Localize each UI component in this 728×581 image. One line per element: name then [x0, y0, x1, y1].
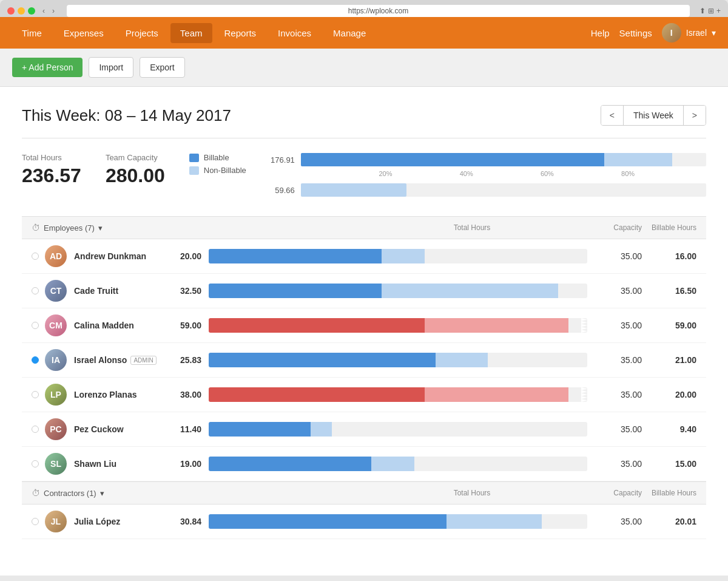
nav-item-invoices[interactable]: Invoices	[268, 23, 321, 43]
export-button[interactable]: Export	[140, 57, 184, 78]
prev-week-button[interactable]: <	[601, 106, 623, 125]
name-text: Calina Madden	[74, 321, 134, 330]
row-hours: 30.84	[171, 517, 201, 526]
employee-name: Andrew Dunkman	[74, 251, 171, 261]
avatar-image: IA	[45, 349, 67, 371]
row-bar-fill	[209, 284, 587, 298]
next-week-button[interactable]: >	[684, 106, 706, 125]
row-bar-track	[209, 422, 587, 437]
employee-row: LPLorenzo Planas38.0035.0020.00	[22, 378, 706, 412]
row-bar-track	[209, 284, 587, 298]
week-date-range: 08 – 14 May 2017	[105, 106, 231, 124]
maximize-traffic-light[interactable]	[28, 7, 35, 15]
nav-item-team[interactable]: Team	[170, 23, 212, 43]
employee-avatar: AD	[45, 245, 67, 267]
nav-settings[interactable]: Settings	[619, 28, 652, 38]
axis-labels: 20% 40% 60% 80%	[302, 170, 706, 180]
row-hours: 20.00	[171, 251, 201, 261]
nav-item-reports[interactable]: Reports	[215, 23, 266, 43]
row-hours: 59.00	[171, 321, 201, 330]
row-bar-track	[209, 457, 587, 471]
avatar-image: JL	[45, 511, 67, 532]
new-tab-button[interactable]: ⊞	[708, 7, 714, 15]
browser-forward-button[interactable]: ›	[50, 5, 57, 16]
row-billable-hours: 15.00	[642, 459, 696, 469]
employee-row: PCPez Cuckow11.4035.009.40	[22, 412, 706, 447]
close-traffic-light[interactable]	[7, 7, 15, 15]
browser-chrome: ‹ › https://wplook.com ⬆ ⊞ +	[0, 0, 728, 17]
row-bar-track	[209, 353, 587, 367]
avatar-image: AD	[45, 245, 67, 267]
nav-item-expenses[interactable]: Expenses	[54, 23, 113, 43]
add-person-button[interactable]: + Add Person	[12, 58, 83, 77]
employees-group-left[interactable]: ⏱ Employees (7) ▾	[32, 223, 103, 233]
employee-rows: ADAndrew Dunkman20.0035.0016.00CTCade Tr…	[22, 239, 706, 481]
user-menu[interactable]: I Israel ▾	[662, 23, 716, 42]
name-text: Shawn Liu	[74, 459, 116, 469]
non-billable-segment	[604, 153, 672, 166]
non-billable-bar-segment	[382, 249, 425, 263]
billable-bar-segment	[209, 353, 436, 367]
avatar-image: PC	[45, 418, 67, 440]
employee-row: CMCalina Madden59.0035.0059.00	[22, 308, 706, 343]
contractors-group-label: Contractors (1)	[44, 489, 96, 498]
summary-chart: 176.91 20% 40% 60% 80%	[271, 153, 706, 197]
billable-bar-row: 176.91	[271, 153, 706, 166]
user-name: Israel	[686, 28, 707, 38]
table-section: ⏱ Employees (7) ▾ Total Hours Capacity B…	[22, 216, 706, 539]
employee-row: ADAndrew Dunkman20.0035.0016.00	[22, 239, 706, 274]
billable-bar-segment	[209, 284, 382, 298]
contractors-col-header-capacity: Capacity	[599, 489, 642, 497]
team-capacity-stat: Team Capacity 280.00	[106, 153, 165, 187]
contractors-col-header-total-hours: Total Hours	[345, 489, 599, 497]
axis-40pct: 40%	[460, 170, 473, 177]
nav-help[interactable]: Help	[591, 28, 610, 38]
employee-name: Lorenzo Planas	[74, 390, 171, 399]
url-bar[interactable]: https://wplook.com	[67, 5, 690, 17]
employees-group-label: Employees (7)	[44, 223, 95, 233]
row-bar-fill	[209, 422, 587, 437]
share-button[interactable]: ⬆	[699, 7, 706, 15]
name-text: Andrew Dunkman	[74, 251, 146, 261]
browser-back-button[interactable]: ‹	[40, 5, 47, 16]
employee-name: Pez Cuckow	[74, 424, 171, 434]
non-billable-bar-segment	[311, 422, 332, 437]
employee-row: IAIsrael AlonsoADMIN25.8335.0021.00	[22, 343, 706, 378]
add-button[interactable]: +	[716, 7, 721, 15]
employee-avatar: IA	[45, 349, 67, 371]
employee-name: Israel AlonsoADMIN	[74, 355, 171, 365]
employee-row: CTCade Truitt32.5035.0016.50	[22, 274, 706, 308]
browser-nav-buttons: ‹ ›	[40, 5, 57, 16]
non-billable-swatch	[189, 166, 199, 175]
employees-clock-icon: ⏱	[32, 223, 40, 233]
axis-80pct: 80%	[621, 170, 635, 177]
non-billable-only-segment	[301, 183, 406, 197]
name-text: Julia López	[74, 517, 120, 526]
minimize-traffic-light[interactable]	[18, 7, 25, 15]
row-hours: 25.83	[171, 355, 201, 365]
contractor-rows: JLJulia López30.8435.0020.01	[22, 505, 706, 539]
row-capacity: 35.00	[599, 321, 642, 330]
col-header-capacity: Capacity	[599, 223, 642, 232]
avatar-image: I	[662, 23, 681, 42]
import-button[interactable]: Import	[89, 57, 133, 78]
top-nav: Time Expenses Projects Team Reports Invo…	[0, 17, 728, 49]
nav-item-time[interactable]: Time	[12, 23, 52, 43]
row-billable-hours: 59.00	[642, 321, 696, 330]
row-indicator	[32, 391, 39, 398]
row-indicator	[32, 322, 39, 329]
toolbar: + Add Person Import Export	[0, 49, 728, 87]
billable-bar-track	[301, 153, 706, 166]
billable-swatch	[189, 154, 199, 162]
billable-segment	[301, 153, 604, 166]
billable-legend-item: Billable	[189, 153, 246, 162]
header-divider	[22, 138, 706, 138]
week-title: This Week: 08 – 14 May 2017	[22, 106, 231, 125]
nav-item-projects[interactable]: Projects	[116, 23, 168, 43]
contractors-group-left[interactable]: ⏱ Contractors (1) ▾	[32, 488, 104, 498]
nav-item-manage[interactable]: Manage	[323, 23, 376, 43]
row-billable-hours: 20.00	[642, 390, 696, 399]
billable-label: Billable	[204, 153, 229, 162]
total-hours-label: Total Hours	[22, 153, 81, 162]
over-billable-segment	[209, 318, 425, 333]
